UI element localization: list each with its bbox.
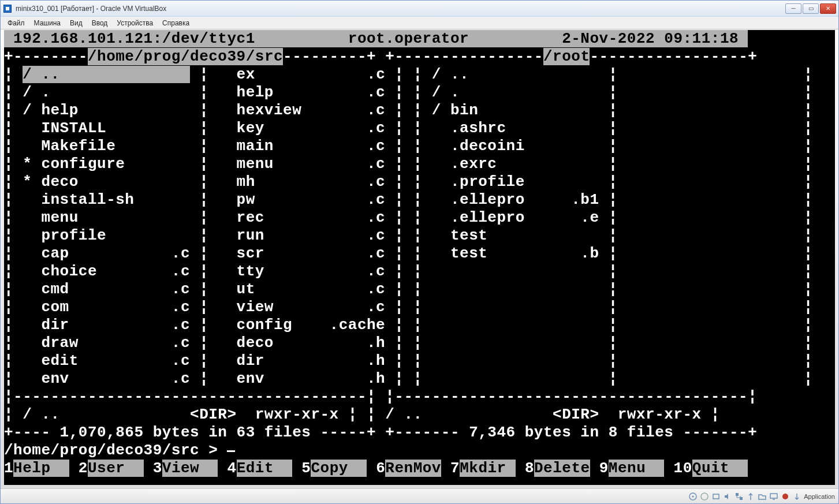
keyboard-indicator-icon[interactable]: [792, 492, 801, 501]
menu-devices[interactable]: Устройства: [112, 18, 158, 28]
shared-folders-icon[interactable]: [758, 492, 767, 501]
hdd-activity-icon[interactable]: [711, 492, 721, 501]
terminal-screen[interactable]: 192.168.101.121:/dev/ttyc1 root.operator…: [4, 30, 835, 485]
menu-view[interactable]: Вид: [65, 18, 87, 28]
minimize-button[interactable]: ─: [785, 3, 801, 14]
close-button[interactable]: ✕: [820, 3, 836, 14]
hard-disk-icon[interactable]: [688, 492, 698, 501]
optical-drive-icon[interactable]: [700, 492, 709, 501]
title-bar[interactable]: minix310_001 [Работает] - Oracle VM Virt…: [1, 1, 838, 17]
virtualbox-window: minix310_001 [Работает] - Oracle VM Virt…: [0, 0, 839, 504]
svg-point-10: [782, 494, 788, 499]
menu-help[interactable]: Справка: [158, 18, 194, 28]
right-ctrl-label: Application: [804, 493, 835, 500]
svg-point-5: [701, 493, 708, 500]
svg-rect-6: [713, 494, 719, 499]
menu-file[interactable]: Файл: [3, 18, 29, 28]
display-icon[interactable]: [769, 492, 778, 501]
maximize-button[interactable]: ▭: [803, 3, 819, 14]
network-icon[interactable]: [734, 492, 744, 501]
svg-point-4: [692, 495, 694, 497]
menu-bar[interactable]: Файл Машина Вид Ввод Устройства Справка: [1, 17, 838, 29]
svg-rect-9: [770, 494, 777, 498]
audio-icon[interactable]: [723, 492, 732, 501]
status-bar: Application: [1, 488, 838, 503]
recording-icon[interactable]: [781, 492, 790, 501]
menu-machine[interactable]: Машина: [29, 18, 65, 28]
window-title: minix310_001 [Работает] - Oracle VM Virt…: [16, 5, 166, 13]
svg-rect-2: [6, 7, 9, 10]
virtualbox-icon: [3, 4, 12, 13]
menu-input[interactable]: Ввод: [87, 18, 113, 28]
usb-icon[interactable]: [746, 492, 755, 501]
svg-rect-7: [736, 493, 739, 496]
